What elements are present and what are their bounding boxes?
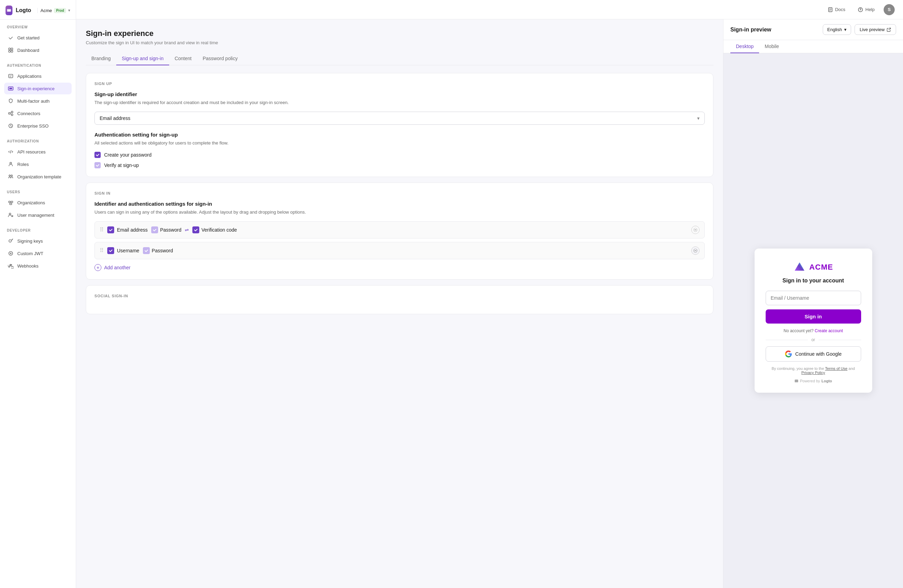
sidebar-item-mfa[interactable]: Multi-factor auth (4, 95, 72, 107)
tab-signup-signin[interactable]: Sign-up and sign-in (116, 52, 169, 65)
preview-signin-button[interactable]: Sign in (766, 309, 861, 323)
sidebar-item-user-management[interactable]: User management (4, 209, 72, 221)
left-panel: Sign-in experience Customize the sign in… (76, 19, 723, 588)
sidebar-overview-section: OVERVIEW Get started Dashboard (0, 20, 76, 58)
method-option-verif-code: Verification code (192, 226, 237, 233)
live-preview-button[interactable]: Live preview (854, 24, 896, 35)
right-panel: Sign-in preview English ▾ Live preview D… (723, 19, 903, 588)
sidebar-item-label: Sign-in experience (17, 86, 55, 91)
user-avatar[interactable]: S (884, 4, 895, 15)
signin-desc: Users can sign in using any of the optio… (94, 209, 705, 216)
svg-rect-3 (11, 48, 13, 50)
svg-rect-17 (9, 201, 10, 202)
signup-title: Sign-up identifier (94, 91, 705, 97)
remove-row-button[interactable] (691, 226, 700, 234)
method-name-password2: Password (152, 248, 173, 253)
swap-icon[interactable]: ⇌ (185, 227, 189, 233)
remove-row2-button[interactable] (691, 246, 700, 255)
add-another-label: Add another (104, 265, 131, 270)
sidebar-item-label: API resources (17, 149, 46, 155)
auth-section-label: AUTHENTICATION (4, 64, 72, 70)
tab-password-policy[interactable]: Password policy (197, 52, 243, 65)
password-check-icon (151, 226, 158, 233)
get-started-icon (8, 34, 14, 41)
svg-point-23 (861, 10, 861, 11)
language-selector[interactable]: English ▾ (823, 24, 851, 35)
drag-handle-icon[interactable]: ⠿ (100, 247, 104, 254)
tab-branding[interactable]: Branding (86, 52, 116, 65)
svg-point-20 (9, 213, 11, 215)
method-check-icon (107, 226, 114, 233)
sidebar-item-custom-jwt[interactable]: Custom JWT (4, 248, 72, 259)
org-template-icon (8, 174, 14, 180)
sidebar-item-label: Organization template (17, 174, 61, 179)
org-selector[interactable]: Acme Prod ▾ (37, 8, 70, 13)
sidebar-item-connectors[interactable]: Connectors (4, 108, 72, 119)
svg-point-11 (11, 111, 13, 113)
page-subtitle: Customize the sign in UI to match your b… (86, 40, 713, 45)
preview-tab-mobile[interactable]: Mobile (759, 40, 784, 53)
method-name-verif-code: Verification code (201, 227, 237, 233)
terms-link[interactable]: Terms of Use (825, 367, 848, 370)
preview-tab-desktop[interactable]: Desktop (730, 40, 759, 53)
svg-rect-27 (795, 379, 798, 382)
sidebar-item-applications[interactable]: Applications (4, 70, 72, 82)
svg-point-15 (9, 175, 10, 176)
chevron-down-icon[interactable]: ▾ (68, 8, 70, 13)
help-button[interactable]: Help (854, 5, 878, 14)
create-password-label: Create your password (104, 152, 151, 158)
sidebar-auth-section: AUTHENTICATION Applications Sign-in expe… (0, 58, 76, 134)
connectors-icon (8, 110, 14, 116)
sidebar-item-label: User management (17, 213, 54, 218)
sidebar-item-roles[interactable]: Roles (4, 158, 72, 170)
main-tabs: Branding Sign-up and sign-in Content Pas… (86, 52, 713, 65)
chevron-down-icon: ▾ (697, 116, 700, 121)
drag-handle-icon[interactable]: ⠿ (100, 226, 104, 233)
google-btn-label: Continue with Google (795, 351, 842, 357)
sidebar-item-signing-keys[interactable]: Signing keys (4, 235, 72, 247)
logo-text: Logto (16, 7, 31, 14)
auth-checkboxes: Create your password Verify at sign-up (94, 152, 705, 168)
content-area: Sign-in experience Customize the sign in… (76, 19, 903, 588)
docs-button[interactable]: Docs (824, 5, 849, 14)
preview-no-account-text: No account yet? Create account (766, 328, 861, 333)
svg-rect-2 (9, 48, 10, 50)
sidebar-item-organizations[interactable]: Organizations (4, 197, 72, 209)
signin-experience-icon (8, 85, 14, 92)
svg-point-14 (10, 163, 12, 164)
tab-content[interactable]: Content (169, 52, 197, 65)
identifier-value: Email address (100, 116, 131, 121)
sidebar-item-label: Multi-factor auth (17, 99, 49, 104)
signin-card: SIGN IN Identifier and authentication se… (86, 182, 713, 280)
sidebar-item-api-resources[interactable]: API resources (4, 146, 72, 158)
sidebar-item-signin-experience[interactable]: Sign-in experience (4, 83, 72, 94)
sidebar-item-enterprise-sso[interactable]: Enterprise SSO (4, 120, 72, 132)
sidebar-item-webhooks[interactable]: Webhooks (4, 260, 72, 272)
mfa-icon (8, 98, 14, 104)
roles-icon (8, 161, 14, 167)
svg-rect-19 (10, 203, 12, 205)
create-account-link[interactable]: Create account (815, 328, 843, 333)
preview-email-input[interactable] (766, 291, 861, 305)
sidebar-item-dashboard[interactable]: Dashboard (4, 44, 72, 56)
checkbox-icon (94, 152, 101, 158)
add-another-button[interactable]: + Add another (94, 264, 705, 271)
applications-icon (8, 73, 14, 79)
add-icon: + (94, 264, 101, 271)
method-name-email: Email address (117, 227, 148, 233)
verify-signup-checkbox[interactable]: Verify at sign-up (94, 162, 705, 168)
sidebar-item-org-template[interactable]: Organization template (4, 171, 72, 182)
identifier-select[interactable]: Email address ▾ (94, 112, 705, 125)
sidebar-item-get-started[interactable]: Get started (4, 32, 72, 44)
privacy-link[interactable]: Privacy Policy (801, 370, 825, 375)
method-name-username: Username (117, 248, 139, 253)
preview-google-button[interactable]: Continue with Google (766, 347, 861, 362)
divider-line (819, 340, 861, 340)
svg-rect-1 (8, 10, 10, 11)
help-label: Help (865, 7, 875, 12)
checkbox-icon (94, 162, 101, 168)
password2-check-icon (143, 247, 150, 254)
logto-brand: Logto (821, 379, 832, 383)
social-signin-card: SOCIAL SIGN-IN (86, 285, 713, 314)
create-password-checkbox[interactable]: Create your password (94, 152, 705, 158)
